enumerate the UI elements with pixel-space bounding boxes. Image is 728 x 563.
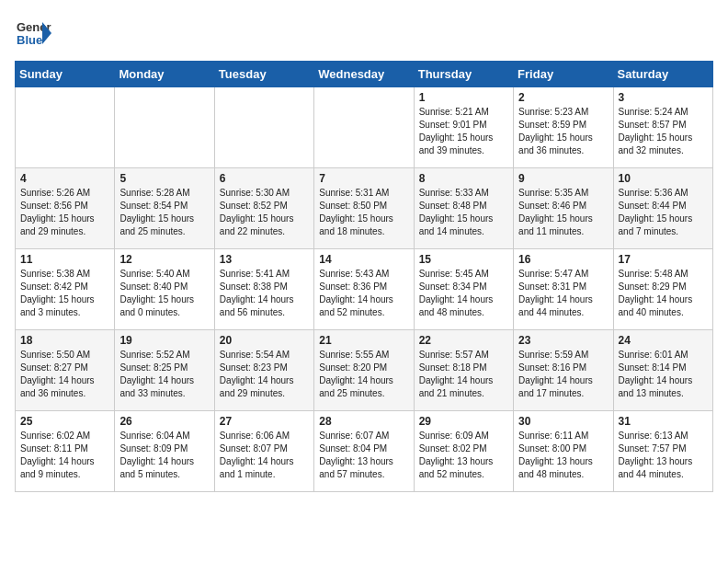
day-number: 30 xyxy=(518,415,608,428)
cell-content: Sunrise: 6:02 AMSunset: 8:11 PMDaylight:… xyxy=(20,430,109,481)
calendar-cell xyxy=(115,87,214,168)
day-number: 1 xyxy=(419,91,508,104)
calendar-cell: 8Sunrise: 5:33 AMSunset: 8:48 PMDaylight… xyxy=(414,168,513,249)
cell-content: Sunrise: 5:24 AMSunset: 8:57 PMDaylight:… xyxy=(619,106,708,157)
cell-content: Sunrise: 5:50 AMSunset: 8:27 PMDaylight:… xyxy=(20,349,109,400)
cell-content: Sunrise: 5:40 AMSunset: 8:40 PMDaylight:… xyxy=(119,268,209,319)
calendar-cell: 10Sunrise: 5:36 AMSunset: 8:44 PMDayligh… xyxy=(613,168,712,249)
calendar-cell: 6Sunrise: 5:30 AMSunset: 8:52 PMDaylight… xyxy=(214,168,313,249)
weekday-header-cell: Tuesday xyxy=(214,62,313,87)
calendar-cell: 24Sunrise: 6:01 AMSunset: 8:14 PMDayligh… xyxy=(613,330,712,411)
day-number: 4 xyxy=(20,172,109,185)
cell-content: Sunrise: 5:55 AMSunset: 8:20 PMDaylight:… xyxy=(319,349,408,400)
day-number: 18 xyxy=(20,334,109,347)
logo-icon: General Blue xyxy=(15,15,51,52)
day-number: 23 xyxy=(518,334,608,347)
calendar-week-row: 25Sunrise: 6:02 AMSunset: 8:11 PMDayligh… xyxy=(16,411,713,492)
calendar-cell: 11Sunrise: 5:38 AMSunset: 8:42 PMDayligh… xyxy=(16,249,115,330)
calendar-cell: 7Sunrise: 5:31 AMSunset: 8:50 PMDaylight… xyxy=(314,168,414,249)
calendar-cell: 29Sunrise: 6:09 AMSunset: 8:02 PMDayligh… xyxy=(414,411,513,492)
day-number: 13 xyxy=(220,253,309,266)
day-number: 26 xyxy=(119,415,209,428)
day-number: 25 xyxy=(20,415,109,428)
calendar-cell: 17Sunrise: 5:48 AMSunset: 8:29 PMDayligh… xyxy=(613,249,712,330)
cell-content: Sunrise: 5:57 AMSunset: 8:18 PMDaylight:… xyxy=(419,349,508,400)
day-number: 15 xyxy=(419,253,508,266)
calendar-cell: 21Sunrise: 5:55 AMSunset: 8:20 PMDayligh… xyxy=(314,330,414,411)
calendar-cell: 5Sunrise: 5:28 AMSunset: 8:54 PMDaylight… xyxy=(115,168,214,249)
weekday-header-row: SundayMondayTuesdayWednesdayThursdayFrid… xyxy=(16,62,713,87)
weekday-header-cell: Thursday xyxy=(414,62,513,87)
day-number: 21 xyxy=(319,334,408,347)
day-number: 2 xyxy=(518,91,608,104)
calendar-cell: 3Sunrise: 5:24 AMSunset: 8:57 PMDaylight… xyxy=(613,87,712,168)
cell-content: Sunrise: 5:48 AMSunset: 8:29 PMDaylight:… xyxy=(619,268,708,319)
day-number: 10 xyxy=(619,172,708,185)
calendar-cell: 15Sunrise: 5:45 AMSunset: 8:34 PMDayligh… xyxy=(414,249,513,330)
cell-content: Sunrise: 5:38 AMSunset: 8:42 PMDaylight:… xyxy=(20,268,109,319)
calendar-cell: 9Sunrise: 5:35 AMSunset: 8:46 PMDaylight… xyxy=(514,168,613,249)
cell-content: Sunrise: 5:59 AMSunset: 8:16 PMDaylight:… xyxy=(518,349,608,400)
cell-content: Sunrise: 5:36 AMSunset: 8:44 PMDaylight:… xyxy=(619,187,708,238)
calendar-cell: 14Sunrise: 5:43 AMSunset: 8:36 PMDayligh… xyxy=(314,249,414,330)
calendar-cell: 16Sunrise: 5:47 AMSunset: 8:31 PMDayligh… xyxy=(514,249,613,330)
calendar-cell xyxy=(314,87,414,168)
day-number: 8 xyxy=(419,172,508,185)
cell-content: Sunrise: 6:09 AMSunset: 8:02 PMDaylight:… xyxy=(419,430,508,481)
calendar-cell: 25Sunrise: 6:02 AMSunset: 8:11 PMDayligh… xyxy=(16,411,115,492)
weekday-header-cell: Monday xyxy=(115,62,214,87)
cell-content: Sunrise: 5:26 AMSunset: 8:56 PMDaylight:… xyxy=(20,187,109,238)
day-number: 16 xyxy=(518,253,608,266)
day-number: 22 xyxy=(419,334,508,347)
weekday-header-cell: Saturday xyxy=(613,62,712,87)
day-number: 17 xyxy=(619,253,708,266)
cell-content: Sunrise: 5:30 AMSunset: 8:52 PMDaylight:… xyxy=(220,187,309,238)
weekday-header-cell: Wednesday xyxy=(314,62,414,87)
day-number: 14 xyxy=(319,253,408,266)
cell-content: Sunrise: 5:35 AMSunset: 8:46 PMDaylight:… xyxy=(518,187,608,238)
cell-content: Sunrise: 5:43 AMSunset: 8:36 PMDaylight:… xyxy=(319,268,408,319)
day-number: 6 xyxy=(220,172,309,185)
day-number: 29 xyxy=(419,415,508,428)
page-header: General Blue xyxy=(15,15,713,52)
calendar-cell: 26Sunrise: 6:04 AMSunset: 8:09 PMDayligh… xyxy=(115,411,214,492)
calendar-cell xyxy=(16,87,115,168)
svg-text:Blue: Blue xyxy=(17,33,42,47)
cell-content: Sunrise: 5:23 AMSunset: 8:59 PMDaylight:… xyxy=(518,106,608,157)
day-number: 20 xyxy=(220,334,309,347)
weekday-header-cell: Sunday xyxy=(16,62,115,87)
calendar-cell: 28Sunrise: 6:07 AMSunset: 8:04 PMDayligh… xyxy=(314,411,414,492)
cell-content: Sunrise: 5:47 AMSunset: 8:31 PMDaylight:… xyxy=(518,268,608,319)
calendar-cell: 19Sunrise: 5:52 AMSunset: 8:25 PMDayligh… xyxy=(115,330,214,411)
calendar-cell: 13Sunrise: 5:41 AMSunset: 8:38 PMDayligh… xyxy=(214,249,313,330)
day-number: 12 xyxy=(119,253,209,266)
cell-content: Sunrise: 6:01 AMSunset: 8:14 PMDaylight:… xyxy=(619,349,708,400)
calendar-body: 1Sunrise: 5:21 AMSunset: 9:01 PMDaylight… xyxy=(16,87,713,492)
cell-content: Sunrise: 5:33 AMSunset: 8:48 PMDaylight:… xyxy=(419,187,508,238)
calendar-week-row: 11Sunrise: 5:38 AMSunset: 8:42 PMDayligh… xyxy=(16,249,713,330)
cell-content: Sunrise: 6:07 AMSunset: 8:04 PMDaylight:… xyxy=(319,430,408,481)
calendar-cell: 23Sunrise: 5:59 AMSunset: 8:16 PMDayligh… xyxy=(514,330,613,411)
calendar-cell: 30Sunrise: 6:11 AMSunset: 8:00 PMDayligh… xyxy=(514,411,613,492)
day-number: 31 xyxy=(619,415,708,428)
calendar-cell: 12Sunrise: 5:40 AMSunset: 8:40 PMDayligh… xyxy=(115,249,214,330)
calendar-cell: 31Sunrise: 6:13 AMSunset: 7:57 PMDayligh… xyxy=(613,411,712,492)
cell-content: Sunrise: 6:06 AMSunset: 8:07 PMDaylight:… xyxy=(220,430,309,481)
day-number: 5 xyxy=(119,172,209,185)
day-number: 11 xyxy=(20,253,109,266)
calendar-cell xyxy=(214,87,313,168)
cell-content: Sunrise: 5:28 AMSunset: 8:54 PMDaylight:… xyxy=(119,187,209,238)
cell-content: Sunrise: 5:41 AMSunset: 8:38 PMDaylight:… xyxy=(220,268,309,319)
calendar-cell: 2Sunrise: 5:23 AMSunset: 8:59 PMDaylight… xyxy=(514,87,613,168)
cell-content: Sunrise: 5:31 AMSunset: 8:50 PMDaylight:… xyxy=(319,187,408,238)
calendar-table: SundayMondayTuesdayWednesdayThursdayFrid… xyxy=(15,61,713,492)
cell-content: Sunrise: 6:11 AMSunset: 8:00 PMDaylight:… xyxy=(518,430,608,481)
weekday-header-cell: Friday xyxy=(514,62,613,87)
logo: General Blue xyxy=(15,15,51,52)
day-number: 7 xyxy=(319,172,408,185)
day-number: 27 xyxy=(220,415,309,428)
cell-content: Sunrise: 5:52 AMSunset: 8:25 PMDaylight:… xyxy=(119,349,209,400)
cell-content: Sunrise: 5:21 AMSunset: 9:01 PMDaylight:… xyxy=(419,106,508,157)
calendar-cell: 20Sunrise: 5:54 AMSunset: 8:23 PMDayligh… xyxy=(214,330,313,411)
calendar-week-row: 4Sunrise: 5:26 AMSunset: 8:56 PMDaylight… xyxy=(16,168,713,249)
